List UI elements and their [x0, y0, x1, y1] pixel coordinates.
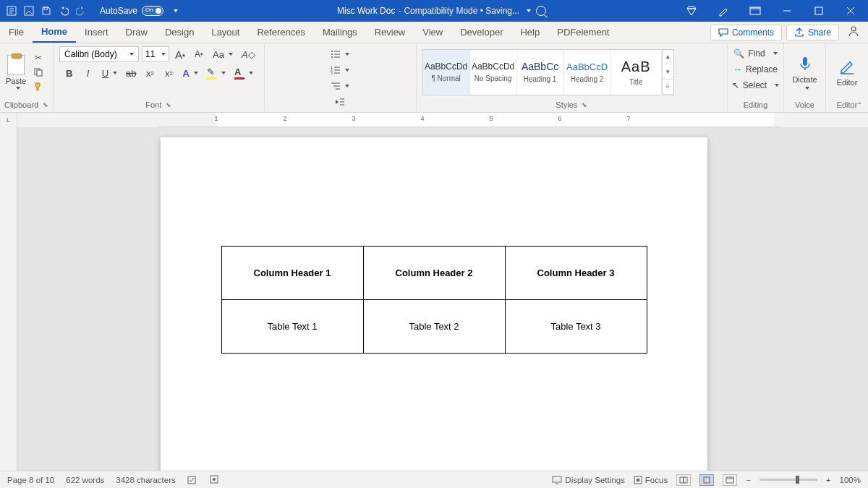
status-spelling-icon[interactable]	[187, 474, 197, 486]
select-button[interactable]: ↖Select	[732, 78, 779, 93]
tab-pdfelement[interactable]: PDFelement	[548, 22, 618, 43]
qat-more-icon[interactable]	[174, 9, 178, 12]
strikethrough-button[interactable]: ab	[123, 65, 139, 81]
replace-button[interactable]: ↔Replace	[733, 62, 778, 77]
qat-icon-2[interactable]	[23, 5, 35, 17]
superscript-button[interactable]: x2	[161, 65, 177, 81]
print-layout-icon[interactable]	[699, 474, 714, 486]
share-button[interactable]: Share	[786, 25, 839, 40]
tab-help[interactable]: Help	[511, 22, 548, 43]
tab-mailings[interactable]: Mailings	[314, 22, 366, 43]
horizontal-ruler[interactable]: 1 2 3 4 5 6 7	[158, 113, 781, 127]
style-normal[interactable]: AaBbCcDd¶ Normal	[423, 50, 470, 95]
tab-file[interactable]: File	[0, 22, 33, 43]
read-mode-icon[interactable]	[676, 474, 691, 486]
font-color-icon[interactable]: A	[231, 65, 256, 81]
style-no-spacing[interactable]: AaBbCcDdNo Spacing	[470, 50, 517, 95]
table-header-cell[interactable]: Column Header 3	[505, 247, 647, 300]
document-table[interactable]: Column Header 1 Column Header 2 Column H…	[221, 246, 647, 354]
font-launcher-icon[interactable]: ⬊	[166, 101, 171, 108]
multilevel-icon[interactable]	[328, 78, 352, 94]
ruler-corner[interactable]: L	[0, 113, 17, 127]
focus-button[interactable]: Focus	[634, 476, 668, 484]
bold-button[interactable]: B	[61, 65, 77, 81]
style-title[interactable]: AaBTitle	[611, 50, 662, 95]
font-name-combo[interactable]: Calibri (Body)	[59, 46, 139, 62]
underline-button[interactable]: U	[99, 65, 120, 81]
account-icon[interactable]	[848, 25, 859, 40]
text-effects-icon[interactable]: A	[180, 65, 201, 81]
shrink-font-icon[interactable]: A▾	[191, 46, 207, 62]
styles-down-icon[interactable]: ▼	[663, 64, 673, 80]
numbering-icon[interactable]: 123	[328, 62, 352, 78]
title-dropdown-icon[interactable]	[527, 9, 531, 12]
vertical-ruler[interactable]	[0, 127, 17, 471]
styles-scroll[interactable]: ▲▼≡	[662, 50, 673, 95]
style-heading2[interactable]: AaBbCcDHeading 2	[564, 50, 611, 95]
diamond-icon[interactable]	[677, 0, 706, 22]
font-size-combo[interactable]: 11	[142, 46, 169, 62]
undo-icon[interactable]	[58, 5, 69, 17]
styles-launcher-icon[interactable]: ⬊	[582, 101, 587, 108]
table-cell[interactable]: Table Text 2	[363, 300, 505, 354]
web-layout-icon[interactable]	[723, 474, 737, 486]
copy-icon[interactable]	[32, 67, 45, 78]
maximize-button[interactable]	[804, 0, 833, 22]
status-words[interactable]: 622 words	[66, 476, 104, 484]
tab-review[interactable]: Review	[366, 22, 414, 43]
page[interactable]: Column Header 1 Column Header 2 Column H…	[161, 137, 707, 471]
ribbon-display-icon[interactable]	[741, 0, 770, 22]
tab-design[interactable]: Design	[156, 22, 203, 43]
zoom-out-button[interactable]: −	[746, 476, 751, 484]
minimize-button[interactable]	[773, 0, 801, 22]
styles-gallery[interactable]: AaBbCcDd¶ Normal AaBbCcDdNo Spacing AaBb…	[422, 49, 674, 95]
save-icon[interactable]	[41, 5, 52, 17]
pen-icon[interactable]	[709, 0, 738, 22]
redo-icon[interactable]	[75, 5, 87, 17]
tab-home[interactable]: Home	[33, 22, 76, 43]
table-cell[interactable]: Table Text 1	[221, 300, 363, 354]
editor-button[interactable]: Editor	[837, 58, 858, 87]
tab-references[interactable]: References	[248, 22, 313, 43]
tab-layout[interactable]: Layout	[203, 22, 248, 43]
grow-font-icon[interactable]: A▴	[172, 46, 188, 62]
find-button[interactable]: 🔍Find	[733, 46, 777, 61]
zoom-in-button[interactable]: +	[826, 476, 831, 484]
tab-developer[interactable]: Developer	[451, 22, 511, 43]
status-macro-icon[interactable]	[209, 474, 219, 486]
table-header-cell[interactable]: Column Header 2	[363, 247, 505, 300]
table-header-cell[interactable]: Column Header 1	[221, 247, 363, 300]
tab-insert[interactable]: Insert	[76, 22, 117, 43]
change-case-icon[interactable]: Aa	[210, 46, 236, 62]
autosave-toggle[interactable]: AutoSave On	[100, 6, 163, 16]
comments-button[interactable]: Comments	[710, 25, 782, 40]
zoom-slider[interactable]	[760, 479, 817, 481]
style-heading1[interactable]: AaBbCcHeading 1	[517, 50, 564, 95]
display-settings-button[interactable]: Display Settings	[552, 476, 624, 484]
clear-format-icon[interactable]: A◇	[239, 46, 258, 62]
qat-icon-1[interactable]	[6, 5, 17, 17]
table-cell[interactable]: Table Text 3	[505, 300, 647, 354]
status-chars[interactable]: 3428 characters	[116, 476, 175, 484]
tab-view[interactable]: View	[414, 22, 451, 43]
tab-draw[interactable]: Draw	[117, 22, 156, 43]
decrease-indent-icon[interactable]	[328, 94, 352, 110]
dictate-button[interactable]: Dictate	[792, 55, 817, 90]
status-page[interactable]: Page 8 of 10	[7, 476, 54, 484]
zoom-value[interactable]: 100%	[840, 476, 861, 484]
collapse-ribbon-icon[interactable]: ⌃	[856, 101, 862, 109]
status-bar: Page 8 of 10 622 words 3428 characters D…	[0, 471, 868, 488]
close-button[interactable]	[836, 0, 865, 22]
styles-more-icon[interactable]: ≡	[663, 80, 673, 95]
paste-button[interactable]: Paste	[6, 55, 26, 90]
format-painter-icon[interactable]	[32, 81, 45, 93]
cut-icon[interactable]: ✂	[32, 52, 45, 64]
zoom-knob[interactable]	[796, 476, 799, 484]
bullets-icon[interactable]	[328, 46, 352, 62]
highlight-icon[interactable]: ✎	[204, 65, 229, 81]
document-area[interactable]: Column Header 1 Column Header 2 Column H…	[0, 127, 868, 471]
styles-up-icon[interactable]: ▲	[663, 50, 673, 65]
clipboard-launcher-icon[interactable]: ⬊	[43, 101, 48, 108]
subscript-button[interactable]: x2	[142, 65, 158, 81]
italic-button[interactable]: I	[80, 65, 96, 81]
